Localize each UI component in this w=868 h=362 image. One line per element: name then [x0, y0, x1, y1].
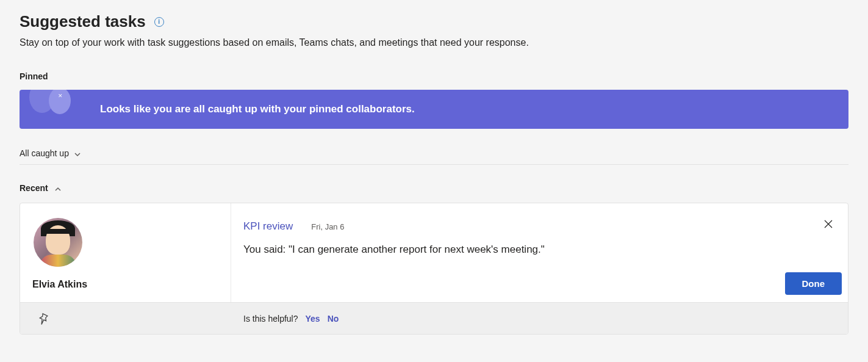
all-caught-up-label: All caught up	[20, 148, 69, 158]
chevron-down-icon	[74, 150, 81, 157]
recent-section-toggle[interactable]: Recent	[20, 183, 848, 193]
person-name: Elvia Atkins	[32, 279, 87, 290]
page-title: Suggested tasks	[20, 12, 146, 31]
pinned-section-label: Pinned	[20, 71, 848, 81]
task-date: Fri, Jan 6	[311, 222, 344, 231]
done-button[interactable]: Done	[785, 272, 842, 295]
divider	[20, 164, 848, 165]
task-person-panel: Elvia Atkins	[20, 203, 231, 302]
page-header: Suggested tasks i	[20, 12, 848, 31]
task-title-link[interactable]: KPI review	[243, 220, 293, 233]
chevron-up-icon	[54, 184, 62, 192]
banner-text: Looks like you are all caught up with yo…	[100, 103, 415, 115]
feedback-no-link[interactable]: No	[328, 314, 339, 324]
pinned-caught-up-banner: ✕ Looks like you are all caught up with …	[20, 90, 848, 129]
recent-section-label: Recent	[20, 183, 48, 193]
info-icon[interactable]: i	[154, 17, 164, 27]
task-card: Elvia Atkins KPI review Fri, Jan 6 You s…	[20, 203, 848, 335]
task-card-footer: Is this helpful? Yes No	[20, 302, 848, 334]
task-content-panel: KPI review Fri, Jan 6 You said: "I can g…	[231, 203, 848, 302]
balloons-icon: ✕	[27, 90, 88, 129]
feedback-prompt: Is this helpful?	[243, 314, 298, 324]
all-caught-up-toggle[interactable]: All caught up	[20, 145, 848, 162]
page-subtitle: Stay on top of your work with task sugge…	[20, 37, 848, 48]
avatar[interactable]	[34, 218, 82, 267]
close-icon[interactable]	[823, 219, 836, 231]
task-body: You said: "I can generate another report…	[243, 244, 836, 256]
pin-icon[interactable]	[37, 313, 49, 325]
feedback-yes-link[interactable]: Yes	[306, 314, 320, 324]
